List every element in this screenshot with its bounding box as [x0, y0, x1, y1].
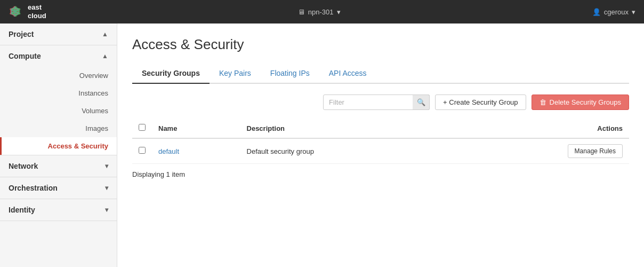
sidebar-section-compute: Compute ▲ Overview Instances Volumes Ima… — [0, 45, 117, 155]
tab-floating-ips[interactable]: Floating IPs — [261, 64, 319, 84]
sidebar-item-instances[interactable]: Instances — [0, 84, 117, 102]
network-chevron-icon: ▾ — [105, 162, 108, 170]
compute-chevron-icon: ▲ — [102, 52, 108, 60]
row-description-cell: Default security group — [240, 138, 451, 164]
identity-header[interactable]: Identity ▾ — [0, 199, 117, 221]
user-icon: 👤 — [592, 8, 601, 16]
page-title: Access & Security — [132, 36, 629, 53]
sidebar-item-overview[interactable]: Overview — [0, 67, 117, 84]
brand-logo[interactable]: ❄ ❄ ❄ ❄ east cloud — [9, 3, 46, 20]
delete-button-label: Delete Security Groups — [550, 98, 621, 106]
sidebar-section-identity: Identity ▾ — [0, 199, 117, 221]
brand-text: east cloud — [28, 3, 46, 20]
snowflake-icon: ❄ ❄ ❄ ❄ — [9, 4, 23, 19]
manage-rules-button[interactable]: Manage Rules — [568, 144, 623, 158]
sidebar-item-volumes[interactable]: Volumes — [0, 102, 117, 120]
tab-key-pairs[interactable]: Key Pairs — [210, 64, 261, 84]
table-header-row: Name Description Actions — [132, 119, 629, 138]
orchestration-chevron-icon: ▾ — [105, 184, 108, 192]
dropdown-chevron-icon: ▾ — [337, 8, 341, 16]
sidebar-section-project: Project ▲ — [0, 23, 117, 45]
svg-text:❄: ❄ — [10, 5, 21, 19]
orchestration-label: Orchestration — [9, 184, 58, 192]
select-all-checkbox[interactable] — [139, 124, 146, 131]
table-header-name: Name — [152, 119, 240, 138]
row-name-link[interactable]: default — [158, 147, 179, 155]
orchestration-header[interactable]: Orchestration ▾ — [0, 177, 117, 199]
delete-security-groups-button[interactable]: 🗑 Delete Security Groups — [532, 95, 629, 110]
network-header[interactable]: Network ▾ — [0, 155, 117, 177]
top-navbar: ❄ ❄ ❄ ❄ east cloud 🖥 npn-301 ▾ 👤 cgeroux… — [0, 0, 644, 23]
row-checkbox[interactable] — [139, 147, 146, 154]
row-actions-cell: Manage Rules — [451, 138, 629, 164]
table-row: default Default security group Manage Ru… — [132, 138, 629, 164]
toolbar: 🔍 + Create Security Group 🗑 Delete Secur… — [132, 95, 629, 110]
compute-label: Compute — [9, 52, 41, 60]
table-header-description: Description — [240, 119, 451, 138]
create-security-group-button[interactable]: + Create Security Group — [435, 95, 526, 110]
network-label: Network — [9, 162, 38, 170]
search-icon: 🔍 — [417, 98, 425, 106]
search-button[interactable]: 🔍 — [413, 95, 430, 110]
row-name-cell: default — [152, 138, 240, 164]
sidebar-section-orchestration: Orchestration ▾ — [0, 177, 117, 199]
user-menu[interactable]: 👤 cgeroux ▾ — [592, 8, 635, 16]
project-dropdown-label[interactable]: npn-301 — [308, 8, 334, 16]
identity-chevron-icon: ▾ — [105, 206, 108, 214]
sidebar-item-images[interactable]: Images — [0, 120, 117, 137]
display-count: Displaying 1 item — [132, 170, 629, 178]
project-header[interactable]: Project ▲ — [0, 23, 117, 45]
compute-header[interactable]: Compute ▲ — [0, 45, 117, 67]
username-label: cgeroux — [604, 8, 629, 16]
row-description-text: Default security group — [247, 147, 314, 155]
tab-api-access[interactable]: API Access — [319, 64, 376, 84]
project-chevron-icon: ▲ — [102, 30, 108, 38]
table-header-actions: Actions — [451, 119, 629, 138]
identity-label: Identity — [9, 206, 35, 214]
project-selector[interactable]: 🖥 npn-301 ▾ — [298, 8, 341, 16]
filter-wrapper: 🔍 — [323, 95, 430, 110]
project-label: Project — [9, 30, 34, 38]
user-chevron-icon: ▾ — [632, 8, 635, 16]
sidebar-item-access-security[interactable]: Access & Security — [0, 137, 117, 155]
trash-icon: 🗑 — [540, 98, 546, 106]
sidebar: Project ▲ Compute ▲ Overview Instances V… — [0, 23, 117, 267]
tabs-bar: Security Groups Key Pairs Floating IPs A… — [132, 64, 629, 84]
security-groups-table: Name Description Actions default Default… — [132, 119, 629, 164]
row-checkbox-cell — [132, 138, 152, 164]
sidebar-section-network: Network ▾ — [0, 155, 117, 177]
main-content: Access & Security Security Groups Key Pa… — [117, 23, 644, 267]
table-header-checkbox-col — [132, 119, 152, 138]
monitor-icon: 🖥 — [298, 8, 305, 16]
tab-security-groups[interactable]: Security Groups — [132, 64, 210, 84]
